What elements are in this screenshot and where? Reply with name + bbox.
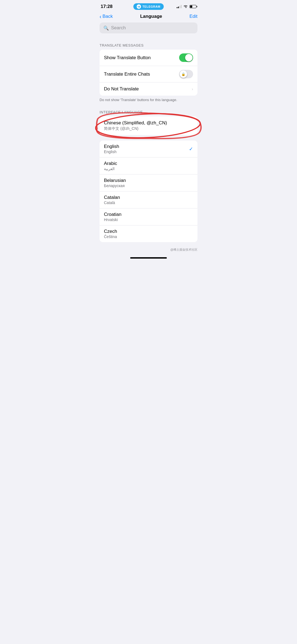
language-native-croatian: Hrvatski xyxy=(104,217,121,222)
language-row-catalan[interactable]: Catalan Català xyxy=(100,191,197,208)
language-native-arabic: العربية xyxy=(104,167,117,171)
signal-icon xyxy=(177,5,182,8)
language-row-belarusian[interactable]: Belarusian Беларуская xyxy=(100,174,197,191)
language-row-croatian[interactable]: Croatian Hrvatski xyxy=(100,208,197,225)
search-input[interactable]: Search xyxy=(111,25,126,31)
search-bar[interactable]: 🔍 Search xyxy=(100,22,197,33)
translate-entire-chats-row[interactable]: Translate Entire Chats 🔒 xyxy=(100,66,197,82)
language-row-english[interactable]: English English ✓ xyxy=(100,141,197,158)
telegram-logo-icon xyxy=(137,4,141,9)
language-list-card: English English ✓ Arabic العربية Belarus… xyxy=(100,141,197,242)
search-icon: 🔍 xyxy=(103,25,109,31)
do-not-translate-chevron-icon: › xyxy=(192,87,193,91)
watermark: @稀土掘金技术社区 xyxy=(95,248,202,253)
chinese-language-native: 简体中文 (@zh_CN) xyxy=(104,126,193,131)
translate-messages-card: Show Translate Button Translate Entire C… xyxy=(100,50,197,96)
edit-button[interactable]: Edit xyxy=(190,14,197,19)
telegram-pill: TELEGRAM xyxy=(133,3,164,10)
language-name-catalan: Catalan xyxy=(104,195,120,200)
language-name-arabic: Arabic xyxy=(104,161,117,166)
chinese-language-card[interactable]: Chinese (Simplified, @zh_CN) 简体中文 (@zh_C… xyxy=(100,116,197,135)
nav-bar: ‹ Back Language Edit xyxy=(95,12,202,22)
back-label: Back xyxy=(103,14,113,19)
page-title: Language xyxy=(140,14,162,19)
language-native-english: English xyxy=(104,150,119,154)
bottom-bar xyxy=(95,253,202,261)
language-name-czech: Czech xyxy=(104,229,117,234)
language-name-croatian: Croatian xyxy=(104,212,121,217)
telegram-label: TELEGRAM xyxy=(142,5,161,8)
language-name-belarusian: Belarusian xyxy=(104,178,126,183)
status-time: 17:28 xyxy=(101,4,112,9)
translate-entire-chats-toggle[interactable]: 🔒 xyxy=(179,70,193,78)
language-native-belarusian: Беларуская xyxy=(104,184,126,188)
back-button[interactable]: ‹ Back xyxy=(100,14,113,19)
checkmark-icon-english: ✓ xyxy=(189,146,193,152)
chinese-language-container: Chinese (Simplified, @zh_CN) 简体中文 (@zh_C… xyxy=(100,116,197,135)
show-translate-toggle[interactable] xyxy=(179,53,193,62)
language-name-english: English xyxy=(104,144,119,149)
language-native-catalan: Català xyxy=(104,201,120,205)
translate-messages-header: TRANSLATE MESSAGES xyxy=(95,43,202,50)
battery-icon xyxy=(190,5,196,8)
show-translate-button-row[interactable]: Show Translate Button xyxy=(100,50,197,66)
home-indicator xyxy=(130,257,167,259)
language-row-czech[interactable]: Czech Čeština xyxy=(100,225,197,242)
translate-footnote: Do not show 'Translate' buttons for this… xyxy=(95,96,202,107)
show-translate-label: Show Translate Button xyxy=(104,55,151,61)
interface-language-header: INTERFACE LANGUAGE xyxy=(95,110,202,116)
translate-entire-chats-label: Translate Entire Chats xyxy=(104,71,150,77)
status-bar: 17:28 TELEGRAM xyxy=(95,0,202,12)
language-row-arabic[interactable]: Arabic العربية xyxy=(100,158,197,174)
wifi-icon xyxy=(183,5,188,8)
status-icons xyxy=(177,5,196,8)
search-container: 🔍 Search xyxy=(95,22,202,38)
lock-icon: 🔒 xyxy=(181,72,185,76)
language-native-czech: Čeština xyxy=(104,234,117,239)
do-not-translate-row[interactable]: Do Not Translate › xyxy=(100,82,197,96)
do-not-translate-label: Do Not Translate xyxy=(104,86,139,92)
chinese-language-name: Chinese (Simplified, @zh_CN) xyxy=(104,120,193,126)
back-chevron-icon: ‹ xyxy=(100,14,101,19)
